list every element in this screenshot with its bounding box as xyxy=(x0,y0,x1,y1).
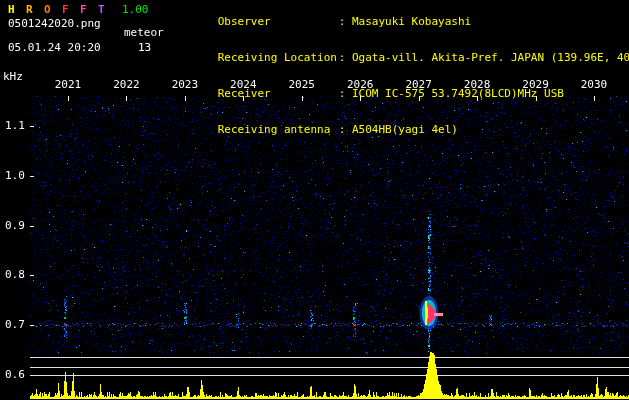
info-value: A504HB(yagi 4el) xyxy=(352,123,458,136)
freq-label-0.8: 0.8 xyxy=(5,269,25,281)
app-title: HROFFT xyxy=(8,4,116,16)
info-row-location: Receiving Location: Ogata-vill. Akita-Pr… xyxy=(178,40,629,76)
info-label: Receiving Location xyxy=(218,52,339,64)
echo-count: 13 xyxy=(138,42,151,54)
info-separator: : xyxy=(339,15,352,28)
station-info: Observer: Masayuki Kobayashi Receiving L… xyxy=(178,4,629,148)
output-filename: 0501242020.png xyxy=(8,18,101,30)
time-label-2026: 2026 xyxy=(345,79,375,91)
time-label-2030: 2030 xyxy=(579,79,609,91)
time-label-2029: 2029 xyxy=(521,79,551,91)
datetime-label: 05.01.24 20:20 xyxy=(8,42,101,54)
freq-label-1.0: 1.0 xyxy=(5,170,25,182)
info-separator: : xyxy=(339,123,352,136)
app-title-letter: F xyxy=(80,4,98,16)
info-label: Receiving antenna xyxy=(218,124,339,136)
freq-label-1.1: 1.1 xyxy=(5,120,25,132)
time-label-2027: 2027 xyxy=(404,79,434,91)
app-title-letter: R xyxy=(26,4,44,16)
time-label-2023: 2023 xyxy=(170,79,200,91)
freq-label-0.6: 0.6 xyxy=(5,369,25,381)
mode-label: meteor xyxy=(124,27,164,39)
info-separator: : xyxy=(339,51,352,64)
app-title-letter: F xyxy=(62,4,80,16)
app-title-letter: T xyxy=(98,4,116,16)
time-label-2022: 2022 xyxy=(111,79,141,91)
info-value: Ogata-vill. Akita-Pref. JAPAN (139.96E, … xyxy=(352,51,629,64)
info-row-observer: Observer: Masayuki Kobayashi xyxy=(178,4,629,40)
app-version: 1.00 xyxy=(122,4,149,16)
info-row-antenna: Receiving antenna: A504HB(yagi 4el) xyxy=(178,112,629,148)
time-label-2028: 2028 xyxy=(462,79,492,91)
app-title-letter: O xyxy=(44,4,62,16)
time-label-2024: 2024 xyxy=(228,79,258,91)
freq-axis-unit: kHz xyxy=(3,71,23,83)
freq-label-0.9: 0.9 xyxy=(5,220,25,232)
time-label-2021: 2021 xyxy=(53,79,83,91)
freq-label-0.7: 0.7 xyxy=(5,319,25,331)
info-label: Observer xyxy=(218,16,339,28)
info-value: Masayuki Kobayashi xyxy=(352,15,471,28)
time-label-2025: 2025 xyxy=(287,79,317,91)
app-title-letter: H xyxy=(8,4,26,16)
hrofft-screen: HROFFT 1.00 0501242020.png meteor 05.01.… xyxy=(0,0,629,400)
